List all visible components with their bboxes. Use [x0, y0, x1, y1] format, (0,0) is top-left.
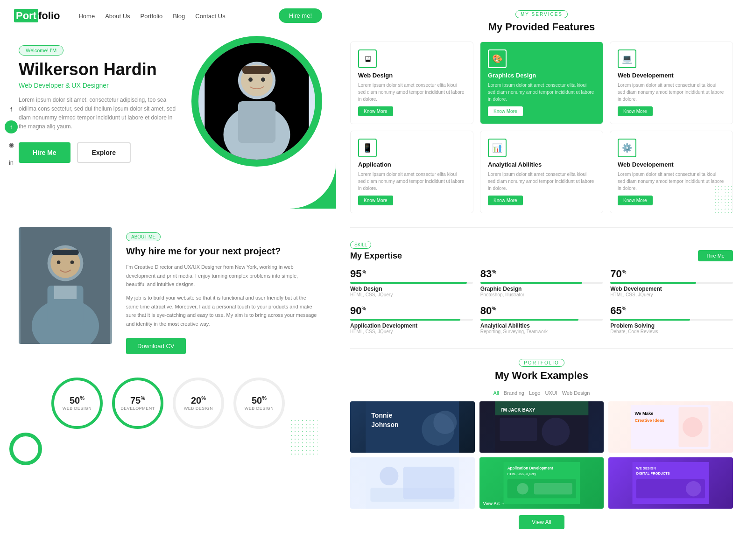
about-content: ABOUT ME Why hire me for your next proje…: [126, 227, 317, 354]
svg-text:Creative Ideas: Creative Ideas: [635, 418, 665, 423]
portfolio-item-2[interactable]: I'M JACK BAXY: [479, 401, 604, 453]
svg-rect-7: [238, 101, 275, 143]
skill-bar-fill-2: [480, 282, 582, 284]
skill-web-dev: 70% Web Developement HTML, CSS, JQuery: [610, 268, 733, 297]
know-more-btn-5[interactable]: Know More: [488, 196, 523, 205]
stat-label-1: WEB DESIGN: [63, 406, 92, 411]
service-desc-3: Lorem ipsum dolor sit amet consectur eli…: [618, 82, 725, 103]
skill-pct-4: 90%: [350, 305, 473, 317]
service-card-analytics: 📊 Analytical Abilities Lorem ipsum dolor…: [480, 131, 603, 213]
facebook-icon[interactable]: f: [5, 103, 18, 116]
skill-bar-fill-6: [610, 319, 690, 321]
linkedin-icon[interactable]: in: [5, 156, 18, 169]
hire-me-button[interactable]: Hire Me: [19, 142, 70, 163]
stat-development: 75% DEVELOPMENT: [112, 378, 163, 429]
portfolio-item-1[interactable]: Tonnie Johnson: [350, 401, 475, 453]
portfolio-item-3[interactable]: We Make Creative Ideas: [608, 401, 733, 453]
webdev2-icon: ⚙️: [618, 139, 636, 157]
portfolio-item-5[interactable]: Application Development HTML, CSS, JQuer…: [479, 457, 604, 509]
skill-pct-1: 95%: [350, 268, 473, 280]
skill-name-4: Application Development: [350, 322, 473, 329]
stat-pct-1: 50%: [70, 395, 85, 406]
skill-bar-bg-2: [480, 282, 603, 284]
skill-name-1: Web Design: [350, 286, 473, 292]
skill-bar-bg-1: [350, 282, 473, 284]
svg-point-31: [683, 417, 703, 437]
about-title: Why hire me for your next project?: [126, 245, 317, 257]
skill-bar-bg-6: [610, 319, 733, 321]
nav-blog[interactable]: Blog: [173, 13, 185, 20]
service-desc-5: Lorem ipsum dolor sit amet consectur eli…: [488, 171, 595, 192]
skill-pct-6: 65%: [610, 305, 733, 317]
services-title: My Provided Features: [350, 21, 733, 33]
view-all-row: View All: [350, 515, 733, 529]
svg-point-33: [380, 467, 398, 485]
skill-pct-3: 70%: [610, 268, 733, 280]
filter-logo[interactable]: Logo: [529, 390, 540, 396]
portfolio-item-6[interactable]: WE DESIGN DIGITAL PRODUCTS: [608, 457, 733, 509]
skill-sub-4: HTML, CSS, JQuery: [350, 329, 473, 334]
hero-section: Welcome! I'M Wilkerson Hardin Web Develo…: [0, 31, 336, 218]
divider-1: [350, 227, 733, 228]
portfolio-item-inner-5: Application Development HTML, CSS, JQuer…: [479, 457, 604, 509]
nav-hire-button[interactable]: Hire me!: [279, 8, 322, 23]
hero-title: Web Developer & UX Designer: [19, 82, 182, 89]
hero-name: Wilkerson Hardin: [19, 60, 182, 79]
service-name-3: Web Developement: [618, 72, 725, 79]
expertise-title: My Expertise: [350, 251, 402, 261]
skill-tag: SKILL: [350, 241, 371, 249]
about-text-2: My job is to build your website so that …: [126, 294, 317, 329]
svg-point-21: [433, 411, 457, 434]
know-more-btn-6[interactable]: Know More: [618, 196, 653, 205]
stat-web-design: 50% WEB DESIGN: [51, 378, 103, 429]
filter-webdesign[interactable]: Web Design: [562, 390, 590, 396]
portfolio-item-inner-2: I'M JACK BAXY: [479, 401, 604, 453]
svg-text:Application Development: Application Development: [507, 466, 553, 470]
about-section-wrapper: ABOUT ME Why hire me for your next proje…: [0, 218, 336, 364]
service-name-4: Application: [358, 161, 465, 168]
portfolio-item-inner-3: We Make Creative Ideas: [608, 401, 733, 453]
stat-pct-4: 50%: [252, 395, 267, 406]
dot-deco-card: [714, 185, 733, 213]
skill-sub-6: Debate, Code Reviews: [610, 329, 733, 334]
know-more-btn-3[interactable]: Know More: [618, 106, 653, 116]
skill-name-5: Analytical Abilities: [480, 322, 603, 329]
filter-all[interactable]: All: [493, 390, 499, 396]
service-desc-6: Lorem ipsum dolor sit amet consectur eli…: [618, 171, 725, 192]
webdev-icon: 💻: [618, 49, 636, 68]
about-section: ABOUT ME Why hire me for your next proje…: [0, 218, 336, 364]
nav-home[interactable]: Home: [78, 13, 95, 20]
know-more-btn-1[interactable]: Know More: [358, 106, 393, 116]
dribbble-icon[interactable]: ◉: [5, 138, 18, 151]
service-card-app: 📱 Application Lorem ipsum dolor sit amet…: [350, 131, 473, 213]
filter-uxui[interactable]: UXUI: [545, 390, 557, 396]
dot-pattern-decoration: [289, 419, 317, 456]
nav-about[interactable]: About Us: [105, 13, 130, 20]
portfolio-view-btn-5[interactable]: View Art →: [483, 501, 505, 506]
portfolio-section: PORTFOLIO My Work Examples All Branding …: [350, 358, 733, 529]
download-cv-button[interactable]: Download CV: [126, 338, 186, 354]
portfolio-item-4[interactable]: [350, 457, 475, 509]
filter-branding[interactable]: Branding: [504, 390, 524, 396]
svg-rect-4: [242, 66, 272, 74]
skill-bar-fill-4: [350, 319, 460, 321]
stat-pct-2: 75%: [130, 395, 145, 406]
know-more-btn-4[interactable]: Know More: [358, 196, 393, 205]
portfolio-item-inner-6: WE DESIGN DIGITAL PRODUCTS: [608, 457, 733, 509]
hero-profile-photo: [198, 43, 315, 160]
portfolio-filter: All Branding Logo UXUI Web Design: [350, 390, 733, 396]
svg-text:HTML, CSS, JQuery: HTML, CSS, JQuery: [507, 472, 536, 476]
skill-pct-2: 83%: [480, 268, 603, 280]
nav-portfolio[interactable]: Portfolio: [141, 13, 163, 20]
know-more-btn-2[interactable]: Know More: [488, 106, 523, 116]
right-panel: MY SERVICES My Provided Features 🖥 Web D…: [336, 0, 747, 560]
view-all-button[interactable]: View All: [519, 515, 564, 529]
twitter-icon[interactable]: t: [5, 120, 18, 133]
skill-problem-solving: 65% Problem Solving Debate, Code Reviews: [610, 305, 733, 334]
portfolio-tag: PORTFOLIO: [519, 359, 564, 367]
svg-text:I'M JACK BAXY: I'M JACK BAXY: [500, 407, 535, 413]
expertise-hire-button[interactable]: Hire Me: [698, 250, 733, 261]
divider-2: [350, 348, 733, 349]
explore-button[interactable]: Explore: [77, 142, 131, 163]
nav-contact[interactable]: Contact Us: [195, 13, 225, 20]
